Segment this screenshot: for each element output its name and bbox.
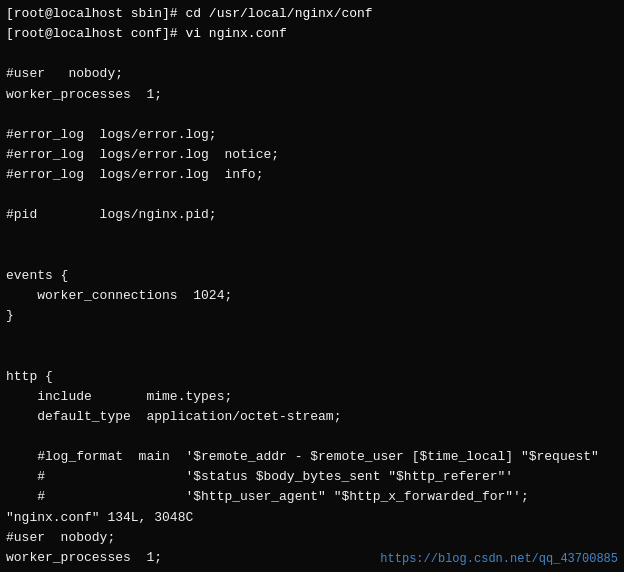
line-25: # '$http_user_agent" "$http_x_forwarded_… bbox=[6, 487, 618, 507]
line-29 bbox=[6, 568, 618, 572]
watermark: https://blog.csdn.net/qq_43700885 bbox=[380, 552, 618, 566]
line-12 bbox=[6, 226, 618, 246]
line-21: default_type application/octet-stream; bbox=[6, 407, 618, 427]
line-1: [root@localhost sbin]# cd /usr/local/ngi… bbox=[6, 4, 618, 24]
line-8: #error_log logs/error.log notice; bbox=[6, 145, 618, 165]
line-20: include mime.types; bbox=[6, 387, 618, 407]
line-11: #pid logs/nginx.pid; bbox=[6, 205, 618, 225]
line-23: #log_format main '$remote_addr - $remote… bbox=[6, 447, 618, 467]
line-24: # '$status $body_bytes_sent "$http_refer… bbox=[6, 467, 618, 487]
line-6 bbox=[6, 105, 618, 125]
line-7: #error_log logs/error.log; bbox=[6, 125, 618, 145]
line-4: #user nobody; bbox=[6, 64, 618, 84]
line-5: worker_processes 1; bbox=[6, 85, 618, 105]
line-15: worker_connections 1024; bbox=[6, 286, 618, 306]
line-17 bbox=[6, 326, 618, 346]
line-27: #user nobody; bbox=[6, 528, 618, 548]
line-19: http { bbox=[6, 367, 618, 387]
line-16: } bbox=[6, 306, 618, 326]
line-2: [root@localhost conf]# vi nginx.conf bbox=[6, 24, 618, 44]
terminal-window: [root@localhost sbin]# cd /usr/local/ngi… bbox=[0, 0, 624, 572]
line-9: #error_log logs/error.log info; bbox=[6, 165, 618, 185]
line-22 bbox=[6, 427, 618, 447]
line-13 bbox=[6, 246, 618, 266]
line-18 bbox=[6, 346, 618, 366]
terminal-content: [root@localhost sbin]# cd /usr/local/ngi… bbox=[6, 4, 618, 572]
line-3 bbox=[6, 44, 618, 64]
line-14: events { bbox=[6, 266, 618, 286]
line-26: "nginx.conf" 134L, 3048C bbox=[6, 508, 618, 528]
line-10 bbox=[6, 185, 618, 205]
